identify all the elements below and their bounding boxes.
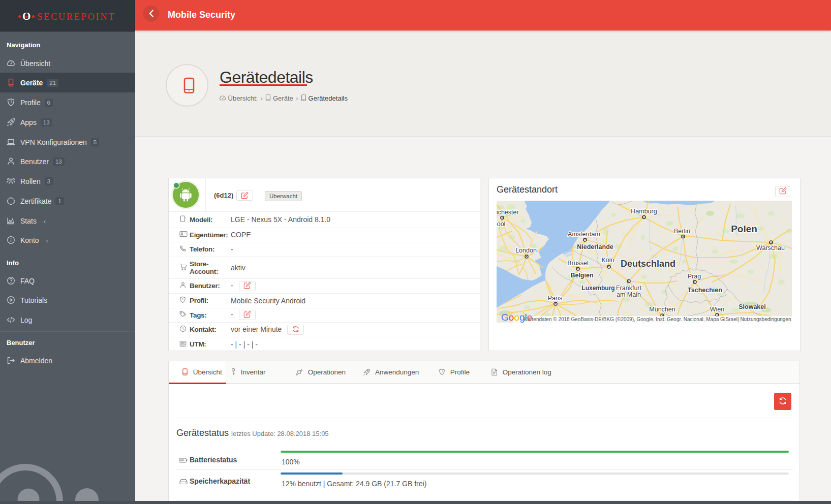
svg-text:Köln: Köln bbox=[601, 257, 614, 264]
svg-text:Berlin: Berlin bbox=[674, 228, 690, 235]
svg-text:London: London bbox=[515, 247, 537, 254]
svg-text:Warschau: Warschau bbox=[756, 244, 785, 251]
svg-text:Prag: Prag bbox=[688, 273, 701, 280]
svg-text:Polen: Polen bbox=[731, 224, 757, 234]
svg-text:Tschechien: Tschechien bbox=[688, 287, 722, 294]
svg-text:Manchester: Manchester bbox=[497, 209, 519, 216]
svg-text:Hamburg: Hamburg bbox=[631, 208, 657, 215]
svg-text:Liverpool: Liverpool bbox=[497, 220, 505, 228]
svg-text:Kartendaten © 2018 GeoBasis-DE: Kartendaten © 2018 GeoBasis-DE/BKG (©200… bbox=[524, 317, 737, 322]
svg-text:Luxemburg: Luxemburg bbox=[581, 285, 614, 292]
svg-text:München: München bbox=[649, 306, 675, 313]
svg-text:Brüssel: Brüssel bbox=[567, 260, 589, 267]
svg-text:Google: Google bbox=[501, 312, 532, 323]
svg-text:Niederlande: Niederlande bbox=[577, 243, 613, 250]
svg-text:Paris: Paris bbox=[548, 295, 562, 302]
svg-text:am Main: am Main bbox=[617, 291, 641, 298]
svg-text:Wien: Wien bbox=[710, 306, 725, 313]
svg-text:Deutschland: Deutschland bbox=[621, 259, 675, 269]
svg-text:| Nutzungsbedingungen: | Nutzungsbedingungen bbox=[737, 317, 791, 322]
svg-text:Amsterdam: Amsterdam bbox=[568, 231, 600, 238]
svg-text:Slowakei: Slowakei bbox=[738, 303, 766, 310]
svg-text:Belgien: Belgien bbox=[570, 272, 593, 279]
